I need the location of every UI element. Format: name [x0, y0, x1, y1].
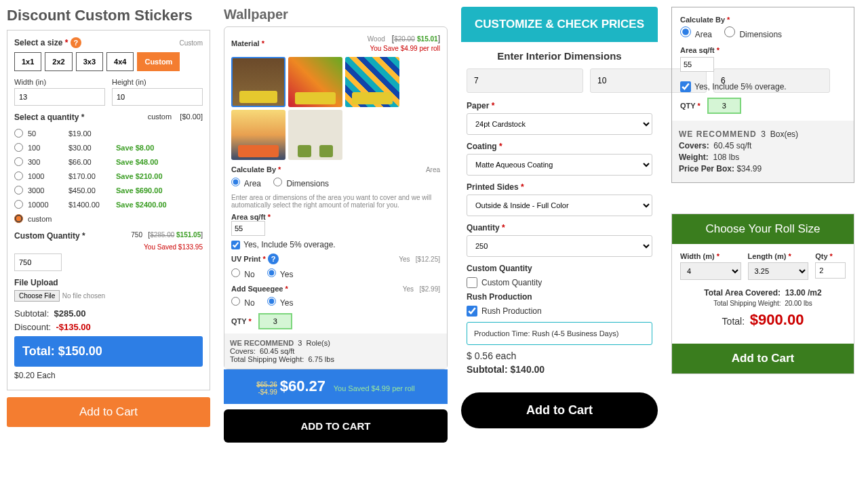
qty-radio-10000[interactable] — [14, 200, 23, 209]
qty-radio-custom[interactable] — [14, 214, 23, 223]
stickers-panel: Discount Custom Stickers Select a size ?… — [7, 7, 210, 443]
width-select[interactable]: 4 — [680, 262, 741, 280]
overage-check[interactable] — [231, 241, 240, 249]
qty-radio-300[interactable] — [14, 157, 23, 166]
file-label: File Upload — [14, 278, 203, 287]
total-bar: Total: $150.00 — [14, 336, 203, 367]
sq-yes[interactable]: Yes — [267, 297, 294, 308]
qty-input[interactable] — [258, 313, 292, 329]
swatch-leaves[interactable] — [288, 57, 342, 107]
qty-radio-1000[interactable] — [14, 171, 23, 180]
qty-input[interactable] — [707, 98, 741, 114]
size-label: Select a size — [14, 38, 68, 47]
qty-radio-50[interactable] — [14, 129, 23, 138]
wallpaper-panel: Wallpaper Material Wood [$20.00 $15.01] … — [224, 7, 448, 443]
swatch-wood[interactable] — [231, 57, 285, 107]
add-to-cart-button[interactable]: Add to Cart — [7, 397, 210, 427]
file-status: No file chosen — [62, 292, 105, 300]
you-saved: You Saved $133.95 — [14, 243, 203, 251]
uv-yes[interactable]: Yes — [267, 268, 294, 279]
calc-panel: Calculate By Area Dimensions Area sq/ft … — [671, 7, 854, 183]
qty-radio-100[interactable] — [14, 143, 23, 152]
size-1x1[interactable]: 1x1 — [14, 52, 41, 71]
customize-header: CUSTOMIZE & CHECK PRICES — [461, 7, 658, 42]
width-input[interactable] — [14, 88, 105, 106]
area-input[interactable] — [231, 221, 265, 236]
stickers-form: Select a size ? Custom 1x1 2x2 3x3 4x4 C… — [7, 30, 210, 390]
qty-radio-3000[interactable] — [14, 186, 23, 195]
material-swatches — [231, 57, 440, 160]
area-input[interactable] — [680, 57, 714, 72]
size-custom[interactable]: Custom — [137, 52, 180, 71]
uv-no[interactable]: No — [231, 268, 255, 279]
dim-1[interactable] — [467, 68, 583, 93]
right-column: Calculate By Area Dimensions Area sq/ft … — [671, 7, 854, 443]
swatch-geo[interactable] — [345, 57, 399, 107]
size-4x4[interactable]: 4x4 — [106, 52, 134, 71]
qty-label: Select a quantity * — [14, 113, 84, 122]
size-options: 1x1 2x2 3x3 4x4 Custom — [14, 52, 203, 71]
customize-panel: CUSTOMIZE & CHECK PRICES Enter Interior … — [461, 7, 658, 443]
sq-no[interactable]: No — [231, 297, 255, 308]
add-to-cart-button[interactable]: ADD TO CART — [224, 409, 448, 443]
custom-qty-input[interactable] — [14, 253, 62, 271]
qty-select[interactable]: 250 — [467, 235, 652, 257]
coating-select[interactable]: Matte Aqueous Coating — [467, 154, 652, 176]
each-price: $0.20 Each — [14, 371, 203, 380]
custom-qty-check[interactable] — [467, 277, 477, 288]
width-label: Width (in) — [14, 78, 105, 86]
add-to-cart-button[interactable]: Add to Cart — [672, 344, 854, 373]
recommend-box: WE RECOMMEND 3 Role(s) Covers: 60.45 sq/… — [224, 333, 447, 369]
calc-hint: Enter area or dimensions of the area you… — [231, 194, 440, 209]
roll-header: Choose Your Roll Size — [672, 214, 854, 244]
subtotal: Subtotal: $140.00 — [467, 364, 652, 375]
rush-msg: Production Time: Rush (4-5 Business Days… — [467, 322, 652, 345]
paper-select[interactable]: 24pt Cardstock — [467, 113, 652, 135]
calc-dim[interactable]: Dimensions — [273, 178, 329, 188]
swatch-plain[interactable] — [288, 110, 342, 160]
help-icon[interactable]: ? — [71, 37, 81, 48]
custom-qty-label: Custom Quantity * — [14, 231, 85, 241]
calc-area[interactable]: Area — [231, 178, 261, 188]
calc-area[interactable]: Area — [680, 26, 712, 39]
swatch-sunset[interactable] — [231, 110, 285, 160]
qty-table: 50$19.00 100$30.00Save $8.00 300$66.00Sa… — [14, 126, 203, 226]
qty-input[interactable] — [815, 262, 846, 279]
file-button[interactable]: Choose File — [14, 290, 60, 302]
material-label: Material — [231, 39, 264, 47]
length-select[interactable]: 3.25 — [748, 262, 809, 280]
help-icon[interactable]: ? — [268, 253, 279, 264]
stickers-title: Discount Custom Stickers — [7, 7, 210, 24]
roll-panel: Choose Your Roll Size Width (m)4 Length … — [671, 214, 854, 374]
size-2x2[interactable]: 2x2 — [45, 52, 72, 71]
recommend-box: WE RECOMMEND 3 Box(es) Covers: 60.45 sq/… — [672, 121, 854, 182]
size-3x3[interactable]: 3x3 — [76, 52, 103, 71]
sides-select[interactable]: Outside & Inside - Full Color — [467, 195, 652, 216]
overage-check[interactable] — [680, 81, 691, 92]
price-bar: $65.26-$4.99 $60.27 You Saved $4.99 per … — [224, 369, 448, 404]
rush-check[interactable] — [467, 306, 477, 317]
size-selection: Custom — [180, 39, 203, 47]
each-price: $ 0.56 each — [467, 350, 652, 361]
wallpaper-title: Wallpaper — [224, 7, 448, 22]
height-label: Height (in) — [112, 78, 203, 86]
calc-dim[interactable]: Dimensions — [724, 26, 782, 39]
add-to-cart-button[interactable]: Add to Cart — [461, 392, 658, 428]
dims-title: Enter Interior Dimensions — [467, 50, 652, 62]
height-input[interactable] — [112, 88, 203, 106]
